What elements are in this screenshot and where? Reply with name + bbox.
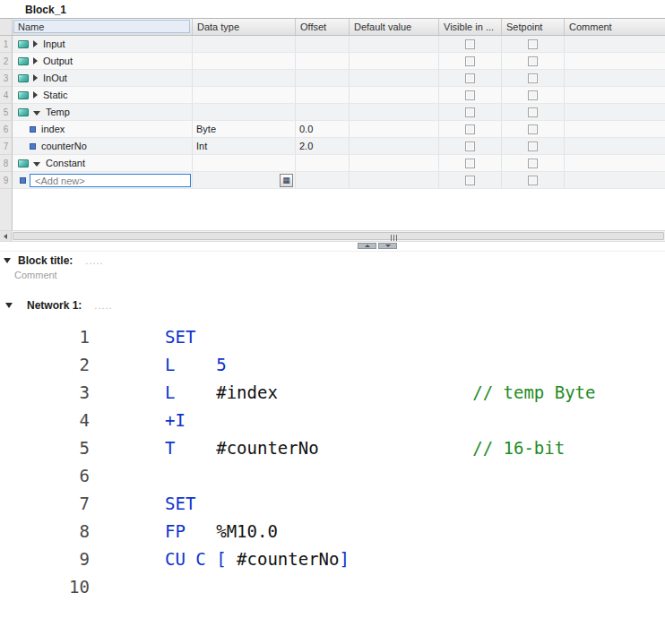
expander-icon[interactable]	[33, 74, 38, 82]
visible-checkbox[interactable]	[465, 176, 475, 185]
expander-icon[interactable]	[33, 91, 38, 99]
row-number[interactable]: 6	[0, 121, 13, 138]
visible-checkbox[interactable]	[465, 107, 475, 117]
code-line[interactable]: 2L 5	[0, 351, 665, 379]
data-type-cell[interactable]: Int	[193, 138, 296, 155]
setpoint-checkbox[interactable]	[528, 73, 538, 83]
row-number[interactable]: 1	[0, 36, 13, 53]
row-number[interactable]: 5	[0, 104, 13, 121]
column-header-datatype[interactable]: Data type	[193, 19, 296, 35]
visible-checkbox[interactable]	[465, 56, 475, 66]
visible-checkbox[interactable]	[465, 90, 475, 100]
row-number[interactable]: 7	[0, 138, 13, 155]
row-number[interactable]: 4	[0, 87, 13, 104]
name-cell[interactable]: Output	[13, 53, 193, 70]
code-line[interactable]: 5T #counterNo // 16-bit	[0, 434, 665, 462]
expander-icon[interactable]	[33, 111, 40, 116]
table-row[interactable]: 2Output	[0, 53, 665, 70]
code-line[interactable]: 1SET	[0, 323, 665, 351]
column-header-setpoint[interactable]: Setpoint	[502, 19, 565, 35]
code-line[interactable]: 10	[0, 573, 665, 601]
visible-checkbox[interactable]	[465, 159, 475, 168]
code-text[interactable]: FP %M10.0	[165, 518, 278, 545]
setpoint-checkbox[interactable]	[528, 125, 538, 134]
table-row[interactable]: 8Constant	[0, 155, 665, 172]
visible-checkbox[interactable]	[465, 73, 475, 83]
code-line[interactable]: 7SET	[0, 490, 665, 518]
table-row[interactable]: 4Static	[0, 87, 665, 104]
splitter-collapse-up-button[interactable]	[358, 243, 376, 249]
code-text[interactable]: L #index // temp Byte	[165, 379, 595, 407]
add-new-input[interactable]: <Add new>	[30, 174, 191, 187]
code-text[interactable]: CU C [ #counterNo]	[165, 545, 350, 573]
visible-checkbox[interactable]	[465, 39, 475, 49]
splitter-collapse-down-button[interactable]	[378, 243, 397, 249]
scroll-left-button[interactable]	[0, 231, 12, 241]
code-text[interactable]: SET	[165, 323, 195, 351]
table-row[interactable]: 9<Add new>▦	[0, 172, 665, 189]
data-type-cell[interactable]	[193, 70, 296, 87]
row-number[interactable]: 2	[0, 53, 13, 70]
expander-icon[interactable]	[33, 162, 40, 167]
setpoint-checkbox[interactable]	[528, 142, 538, 151]
table-row[interactable]: 7counterNoInt2.0	[0, 138, 665, 155]
table-row[interactable]: 1Input	[0, 36, 665, 53]
name-cell[interactable]: InOut	[13, 70, 193, 87]
network-title-placeholder[interactable]: .....	[94, 300, 112, 311]
code-line[interactable]: 9CU C [ #counterNo]	[0, 545, 665, 573]
code-text[interactable]: +I	[165, 407, 186, 434]
scrollbar-thumb[interactable]	[13, 232, 664, 240]
block-title-placeholder[interactable]: .....	[85, 255, 103, 266]
column-header-default[interactable]: Default value	[350, 19, 439, 35]
collapse-triangle-icon[interactable]	[4, 258, 11, 263]
column-header-name[interactable]: Name	[13, 19, 193, 35]
setpoint-checkbox[interactable]	[528, 90, 538, 100]
visible-checkbox[interactable]	[465, 142, 475, 151]
code-text[interactable]: T #counterNo // 16-bit	[165, 434, 565, 462]
column-header-comment[interactable]: Comment	[565, 19, 665, 35]
setpoint-checkbox[interactable]	[528, 176, 538, 185]
block-comment-placeholder[interactable]: Comment	[0, 270, 665, 286]
table-row[interactable]: 6indexByte0.0	[0, 121, 665, 138]
data-type-cell[interactable]	[193, 53, 296, 70]
expander-icon[interactable]	[33, 40, 38, 47]
row-number[interactable]: 9	[0, 172, 13, 189]
code-text[interactable]: L 5	[165, 351, 227, 379]
code-line-number: 9	[0, 545, 90, 573]
data-type-cell[interactable]	[193, 87, 296, 104]
data-type-cell[interactable]: Byte	[193, 121, 296, 138]
row-number[interactable]: 3	[0, 70, 13, 87]
setpoint-checkbox[interactable]	[528, 39, 538, 49]
code-line[interactable]: 6	[0, 462, 665, 490]
data-type-cell[interactable]	[193, 104, 296, 121]
code-text[interactable]: SET	[165, 490, 195, 518]
name-cell[interactable]: Static	[13, 87, 193, 104]
code-line[interactable]: 4+I	[0, 407, 665, 434]
setpoint-checkbox[interactable]	[528, 56, 538, 66]
name-cell[interactable]: Input	[13, 36, 193, 53]
data-type-browse-button[interactable]: ▦	[280, 174, 293, 187]
name-cell[interactable]: Constant	[13, 155, 193, 172]
code-line[interactable]: 8FP %M10.0	[0, 518, 665, 545]
visible-checkbox[interactable]	[465, 125, 475, 134]
setpoint-checkbox[interactable]	[528, 159, 538, 168]
name-cell[interactable]: index	[13, 121, 193, 138]
pane-splitter[interactable]	[0, 242, 665, 252]
data-type-cell[interactable]	[193, 36, 296, 53]
stl-code-editor[interactable]: 1SET2L 53L #index // temp Byte4+I5T #cou…	[0, 314, 665, 601]
table-row[interactable]: 3InOut	[0, 70, 665, 87]
column-header-visible[interactable]: Visible in ...	[439, 19, 502, 35]
data-type-cell[interactable]: ▦	[193, 172, 296, 189]
data-type-cell[interactable]	[193, 155, 296, 172]
row-number[interactable]: 8	[0, 155, 13, 172]
name-cell[interactable]: <Add new>	[13, 172, 193, 189]
collapse-triangle-icon[interactable]	[5, 303, 13, 308]
table-row[interactable]: 5Temp	[0, 104, 665, 121]
column-header-offset[interactable]: Offset	[296, 19, 350, 35]
horizontal-scrollbar[interactable]	[0, 230, 665, 242]
expander-icon[interactable]	[33, 57, 38, 64]
name-cell[interactable]: counterNo	[13, 138, 193, 155]
setpoint-checkbox[interactable]	[528, 107, 538, 117]
code-line[interactable]: 3L #index // temp Byte	[0, 379, 665, 407]
name-cell[interactable]: Temp	[13, 104, 193, 121]
